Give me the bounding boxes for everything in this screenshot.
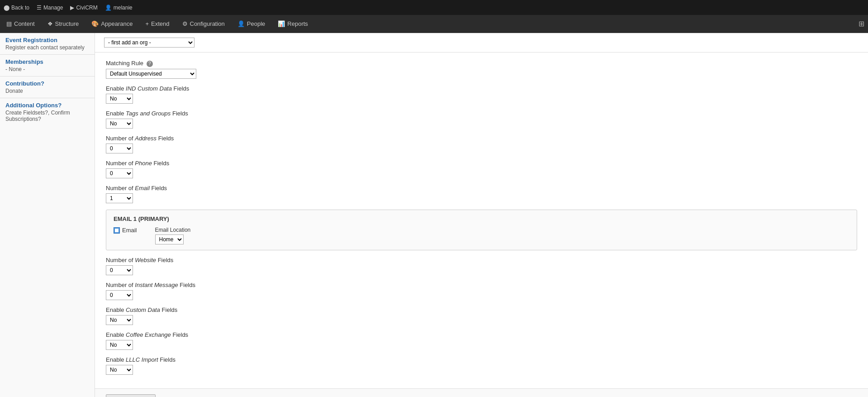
nav-configuration[interactable]: ⚙ Configuration — [176, 15, 231, 33]
back-icon: ⬤ — [4, 5, 9, 11]
num-phone-select[interactable]: 0123 — [106, 168, 133, 178]
event-registration-link[interactable]: Event Registration — [5, 37, 89, 43]
enable-ind-label: Enable IND Custom Data Fields — [106, 85, 857, 92]
memberships-sub: - None - — [5, 66, 89, 72]
matching-rule-label: Matching Rule ? — [106, 60, 857, 67]
nav-extend[interactable]: + Extend — [139, 15, 175, 33]
email-1-title: EMAIL 1 (PRIMARY) — [114, 215, 849, 222]
org-dropdown[interactable]: - first add an org - — [104, 38, 194, 48]
nav-right-icon: ⊞ — [859, 19, 864, 28]
sidebar-additional-options: Additional Options? Create Fieldsets?, C… — [0, 98, 95, 126]
user-menu[interactable]: 👤 melanie — [105, 5, 133, 11]
num-website-label: Number of Website Fields — [106, 257, 857, 263]
extend-icon: + — [145, 20, 149, 27]
civicrm-menu[interactable]: ▶ CiviCRM — [70, 5, 97, 11]
num-im-select[interactable]: 0123 — [106, 290, 133, 300]
enable-tags-select[interactable]: No Yes — [106, 119, 133, 129]
sidebar-memberships: Memberships - None - — [0, 55, 95, 76]
config-icon: ⚙ — [182, 20, 188, 27]
num-im-row: Number of Instant Message Fields 0123 — [106, 282, 857, 300]
num-email-select[interactable]: 0123 — [106, 193, 133, 203]
top-section: - first add an org - — [95, 33, 868, 53]
contribution-sub: Donate — [5, 88, 89, 94]
manage-menu[interactable]: ☰ Manage — [37, 5, 63, 11]
sidebar-contribution: Contribution? Donate — [0, 77, 95, 98]
email-location-select[interactable]: Home Work Other — [155, 234, 184, 244]
event-registration-sub: Register each contact separately — [5, 44, 89, 51]
nav-structure[interactable]: ❖ Structure — [41, 15, 85, 33]
num-address-select[interactable]: 0123 — [106, 143, 133, 153]
num-im-label: Number of Instant Message Fields — [106, 282, 857, 288]
additional-options-sub: Create Fieldsets?, Confirm Subscriptions… — [5, 110, 89, 122]
num-website-row: Number of Website Fields 0123 — [106, 257, 857, 275]
appearance-icon: 🎨 — [91, 20, 99, 27]
content-label: Content — [14, 20, 35, 27]
num-phone-label: Number of Phone Fields — [106, 160, 857, 167]
additional-options-link[interactable]: Additional Options? — [5, 102, 89, 109]
nav-reports[interactable]: 📊 Reports — [271, 15, 314, 33]
enable-tags-groups-row: Enable Tags and Groups Fields No Yes — [106, 110, 857, 129]
enable-lllc-import-row: Enable LLLC Import Fields NoYes — [106, 356, 857, 375]
enable-ind-custom-data-row: Enable IND Custom Data Fields No Yes — [106, 85, 857, 104]
back-to-site-label: Back to — [11, 5, 29, 11]
structure-label: Structure — [55, 20, 79, 27]
reports-label: Reports — [287, 20, 308, 27]
people-label: People — [247, 20, 265, 27]
manage-icon: ☰ — [37, 5, 42, 11]
manage-label: Manage — [43, 5, 63, 11]
nav-content[interactable]: ▤ Content — [0, 15, 41, 33]
extend-label: Extend — [151, 20, 169, 27]
enable-tags-label: Enable Tags and Groups Fields — [106, 110, 857, 117]
form-content: Matching Rule ? Default Unsupervised Def… — [95, 53, 868, 388]
people-icon: 👤 — [237, 20, 245, 27]
reports-icon: 📊 — [278, 20, 285, 27]
page-layout: Event Registration Register each contact… — [0, 33, 868, 397]
email-checkbox-row: Email — [114, 227, 137, 234]
nav-appearance[interactable]: 🎨 Appearance — [85, 15, 139, 33]
nav-bar: ▤ Content ❖ Structure 🎨 Appearance + Ext… — [0, 15, 868, 33]
structure-icon: ❖ — [47, 20, 53, 27]
appearance-label: Appearance — [101, 20, 133, 27]
email-checkbox[interactable] — [114, 227, 120, 234]
sidebar-event-registration: Event Registration Register each contact… — [0, 33, 95, 54]
num-address-row: Number of Address Fields 0123 — [106, 135, 857, 153]
nav-people[interactable]: 👤 People — [231, 15, 271, 33]
user-icon: 👤 — [105, 5, 112, 11]
enable-coffee-exchange-select[interactable]: NoYes — [106, 340, 133, 350]
civicrm-label: CiviCRM — [76, 5, 97, 11]
matching-rule-label-text: Matching Rule — [106, 60, 143, 67]
enable-custom-data-row: Enable Custom Data Fields NoYes — [106, 306, 857, 325]
matching-rule-row: Matching Rule ? Default Unsupervised Def… — [106, 60, 857, 79]
matching-rule-help-icon[interactable]: ? — [147, 61, 153, 67]
num-website-select[interactable]: 0123 — [106, 265, 133, 275]
enable-lllc-import-label: Enable LLLC Import Fields — [106, 356, 857, 363]
email-checkbox-label: Email — [122, 227, 137, 234]
email-location-col: Email Location Home Work Other — [155, 227, 191, 244]
sidebar: Event Registration Register each contact… — [0, 33, 95, 397]
num-email-row: Number of Email Fields 0123 — [106, 185, 857, 203]
email-location-label: Email Location — [155, 227, 191, 233]
num-email-label: Number of Email Fields — [106, 185, 857, 191]
main-content: - first add an org - Matching Rule ? Def… — [95, 33, 868, 397]
email-1-inner: Email Email Location Home Work Other — [114, 227, 849, 244]
enable-coffee-exchange-label: Enable Coffee Exchange Fields — [106, 331, 857, 338]
num-address-label: Number of Address Fields — [106, 135, 857, 142]
contribution-link[interactable]: Contribution? — [5, 80, 89, 87]
enable-ind-select[interactable]: No Yes — [106, 94, 133, 104]
civicrm-icon: ▶ — [70, 5, 74, 11]
back-to-site[interactable]: ⬤ Back to — [4, 5, 29, 11]
nav-bar-right: ⊞ — [859, 19, 868, 28]
enable-custom-data-select[interactable]: NoYes — [106, 315, 133, 325]
save-settings-button[interactable]: Save Settings — [106, 394, 156, 397]
memberships-link[interactable]: Memberships — [5, 58, 89, 65]
email-1-block: EMAIL 1 (PRIMARY) Email Email Location H… — [106, 210, 857, 250]
matching-rule-select[interactable]: Default Unsupervised Default Supervised — [106, 69, 196, 79]
enable-lllc-import-select[interactable]: NoYes — [106, 365, 133, 375]
num-phone-row: Number of Phone Fields 0123 — [106, 160, 857, 178]
admin-bar: ⬤ Back to ☰ Manage ▶ CiviCRM 👤 melanie — [0, 0, 868, 15]
enable-custom-data-label: Enable Custom Data Fields — [106, 306, 857, 313]
enable-coffee-exchange-row: Enable Coffee Exchange Fields NoYes — [106, 331, 857, 350]
save-section: Save Settings — [95, 388, 868, 397]
user-label: melanie — [114, 5, 133, 11]
content-icon: ▤ — [6, 20, 12, 27]
